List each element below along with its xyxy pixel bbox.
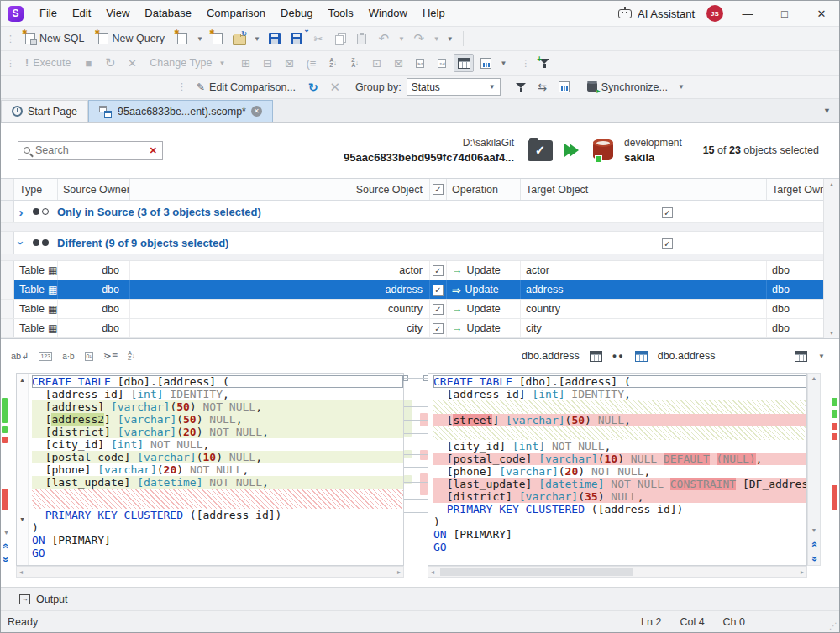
scrollbar-thumb[interactable]	[440, 568, 633, 576]
windows-layout-button[interactable]: ⊟	[257, 54, 277, 72]
copy-button[interactable]	[330, 29, 350, 48]
undo-button[interactable]: ↶	[374, 29, 394, 48]
row-checkbox[interactable]: ✓	[433, 304, 444, 315]
left-horizontal-scrollbar[interactable]: ◂ ▸	[16, 566, 404, 578]
close-tab-icon[interactable]: ✕	[251, 106, 262, 117]
column-header-operation[interactable]: Operation	[447, 179, 521, 200]
word-wrap-icon[interactable]: ab↲	[11, 351, 29, 362]
redo-dropdown[interactable]: ▼	[431, 35, 443, 43]
sort-descending-button[interactable]: ZA↓	[344, 54, 365, 72]
target-ddl-editor[interactable]: CREATE TABLE [dbo].[address] ( [address_…	[428, 373, 807, 566]
expand-chevron-icon[interactable]: ›	[14, 205, 28, 219]
stop-comparison-button[interactable]: ✕	[325, 78, 345, 97]
scroll-down-icon[interactable]: ▼	[3, 530, 9, 536]
chart-dropdown[interactable]: ▼	[497, 60, 509, 67]
next-difference-button[interactable]: »	[1, 557, 10, 562]
clear-button[interactable]: ⊠	[388, 54, 408, 72]
group-row-different[interactable]: › Different (9 of 9 objects selected) ✓	[1, 232, 839, 254]
right-vertical-scrollbar[interactable]: ▲ ▼ » »	[807, 373, 821, 566]
scroll-down-icon[interactable]: ▼	[829, 330, 835, 336]
scroll-down-icon[interactable]: ▼	[811, 527, 817, 533]
row-checkbox[interactable]: ✓	[433, 323, 444, 334]
record-button[interactable]: ▸▪	[410, 54, 430, 72]
row-checkbox[interactable]: ✓	[433, 265, 444, 276]
scroll-up-icon[interactable]: ▲	[811, 375, 817, 381]
new-file-button[interactable]	[207, 29, 228, 48]
search-input[interactable]	[35, 144, 144, 156]
chart-button[interactable]	[475, 54, 496, 72]
selection-button[interactable]: ⊠	[279, 54, 299, 72]
paste-grid-button[interactable]: ⊞	[235, 54, 255, 72]
refresh-comparison-button[interactable]: ↻	[303, 78, 323, 97]
table-row-actor[interactable]: Table▦ dbo actor ✓ →Update actor dbo	[1, 261, 839, 280]
menu-edit[interactable]: Edit	[65, 1, 98, 26]
sort-ascending-button[interactable]: AZ↓	[323, 54, 343, 72]
ai-assistant-button[interactable]: AI Assistant	[618, 8, 695, 20]
table-row-city[interactable]: Table▦ dbo city ✓ →Update city dbo	[1, 319, 839, 338]
menu-debug[interactable]: Debug	[273, 1, 320, 26]
right-horizontal-scrollbar[interactable]: ◂ ▸	[428, 566, 807, 578]
add-filter-button[interactable]: +	[534, 54, 554, 72]
synchronize-button[interactable]: Synchronize...	[581, 80, 674, 95]
scroll-up-icon[interactable]: ▲	[829, 181, 835, 187]
view-mode-icon[interactable]	[795, 351, 807, 362]
new-document-dropdown[interactable]: ▼	[194, 35, 206, 43]
scroll-left-icon[interactable]: ◂	[431, 568, 434, 576]
close-button[interactable]: ✕	[809, 8, 834, 20]
tab-start-page[interactable]: Start Page	[1, 100, 88, 122]
menu-comparison[interactable]: Comparison	[199, 1, 273, 26]
output-tab[interactable]: Output	[36, 594, 68, 605]
column-header-type[interactable]: Type	[14, 179, 58, 200]
stop-button[interactable]: ■	[78, 54, 98, 72]
sort-button[interactable]: AZ ↓	[128, 351, 135, 361]
tab-list-dropdown[interactable]: ▼	[823, 107, 831, 115]
column-header-source-object[interactable]: Source Object	[130, 179, 430, 200]
column-header-target-object[interactable]: Target Object	[521, 179, 767, 200]
column-header-source-owner[interactable]: Source Owner	[58, 179, 130, 200]
validate-button[interactable]: ⊡	[366, 54, 386, 72]
group-checkbox[interactable]: ✓	[662, 238, 673, 249]
menu-file[interactable]: File	[32, 1, 65, 26]
source-ddl-editor[interactable]: ▲ ▼ CREATE TABLE [dbo].[address] ( [addr…	[16, 373, 404, 566]
toolbar-grip[interactable]: ⋮	[517, 58, 533, 69]
format-button[interactable]: (≡	[301, 54, 321, 72]
edit-comparison-button[interactable]: ✎ Edit Comparison...	[191, 80, 302, 95]
select-all-checkbox[interactable]: ✓	[430, 179, 447, 200]
menu-view[interactable]: View	[98, 1, 137, 26]
open-file-button[interactable]	[229, 29, 249, 48]
group-by-select[interactable]: Status ▼	[407, 78, 501, 96]
playback-button[interactable]: ▪◂	[432, 54, 452, 72]
whitespace-icon[interactable]: a·b	[62, 352, 74, 361]
grid-vertical-scrollbar[interactable]: ▲ ▼	[823, 179, 839, 338]
row-checkbox[interactable]: ✓	[433, 285, 444, 296]
toolbar-grip[interactable]: ⋮	[3, 34, 18, 44]
maximize-button[interactable]: □	[772, 8, 797, 20]
scroll-left-icon[interactable]: ◂	[19, 568, 23, 576]
tab-comparison-document[interactable]: 95aac6833be...ent).scomp* ✕	[88, 100, 273, 122]
new-query-button[interactable]: New Query	[92, 31, 171, 46]
next-difference-button[interactable]: »	[810, 556, 819, 562]
open-file-dropdown[interactable]: ▼	[251, 35, 263, 43]
report-button[interactable]	[554, 78, 575, 97]
collapse-chevron-icon[interactable]: ›	[14, 236, 29, 249]
cut-button[interactable]: ✂	[308, 29, 328, 48]
user-avatar-badge[interactable]: JS	[706, 5, 723, 22]
previous-difference-button[interactable]: »	[1, 543, 10, 549]
synchronize-dropdown[interactable]: ▼	[675, 83, 687, 91]
previous-difference-button[interactable]: »	[810, 541, 819, 547]
group-row-only-in-source[interactable]: › Only in Source (3 of 3 objects selecte…	[1, 201, 839, 223]
change-type-dropdown[interactable]: Change Type ▼	[144, 55, 234, 71]
menu-help[interactable]: Help	[415, 1, 453, 26]
execute-button[interactable]: ! Execute	[19, 55, 76, 71]
scroll-right-icon[interactable]: ▸	[801, 568, 804, 576]
new-sql-button[interactable]: New SQL	[19, 31, 91, 46]
undo-dropdown[interactable]: ▼	[396, 35, 407, 43]
new-document-button[interactable]	[172, 29, 192, 48]
outline-icon[interactable]: 0¹	[85, 352, 93, 361]
clear-search-icon[interactable]: ✕	[150, 145, 157, 156]
table-row-address-selected[interactable]: Table▦ dbo address ✓ ⇒Update address dbo	[1, 280, 839, 300]
toolbar-grip[interactable]: ⋮	[3, 58, 18, 69]
line-numbers-icon[interactable]: 123	[39, 352, 52, 361]
fold-marker-icon[interactable]: ▲	[19, 377, 25, 383]
table-row-country[interactable]: Table▦ dbo country ✓ →Update country dbo	[1, 300, 839, 319]
